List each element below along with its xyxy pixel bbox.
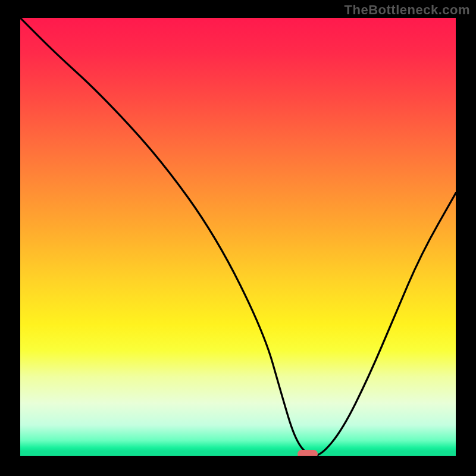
bottleneck-curve xyxy=(20,18,456,456)
curve-path xyxy=(20,18,456,456)
optimum-marker xyxy=(298,450,318,456)
chart-frame: TheBottleneck.com xyxy=(0,0,476,476)
plot-area xyxy=(20,18,456,456)
watermark-text: TheBottleneck.com xyxy=(345,2,470,18)
